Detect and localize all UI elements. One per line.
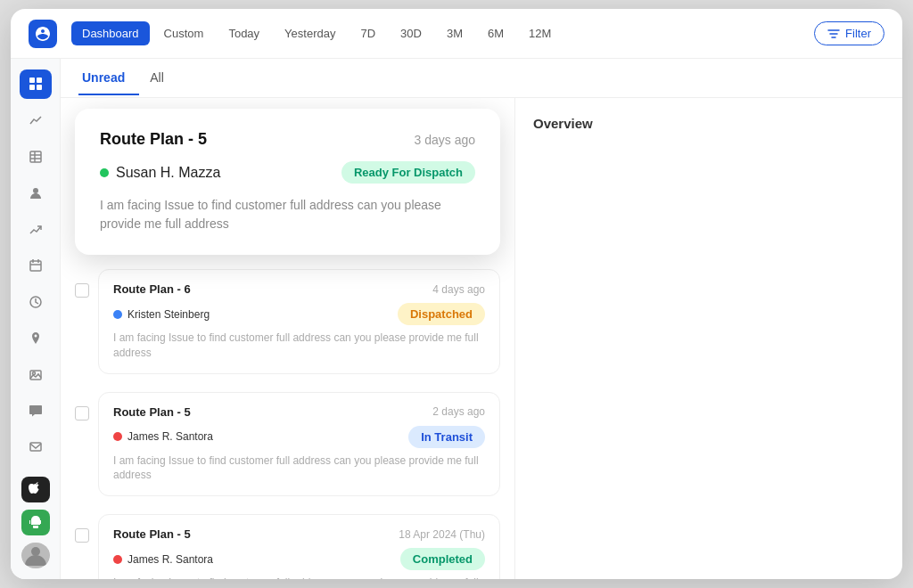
svg-rect-3 <box>37 85 42 90</box>
location-icon <box>29 331 43 346</box>
expanded-card-message: I am facing Issue to find customer full … <box>100 196 475 233</box>
filter-icon <box>827 28 840 40</box>
expanded-card[interactable]: Route Plan - 5 3 days ago Susan H. Mazza… <box>75 109 500 255</box>
sidebar-item-chat[interactable] <box>20 396 52 426</box>
sidebar-item-calendar[interactable] <box>20 251 52 281</box>
tab-7d[interactable]: 7D <box>350 21 386 45</box>
filter-button[interactable]: Filter <box>814 21 884 45</box>
card-status-badge: Dispatched <box>398 303 485 325</box>
android-icon <box>29 515 43 529</box>
avatar-image <box>21 543 50 568</box>
card-header: Route Plan - 5 18 Apr 2024 (Thu) <box>113 527 485 541</box>
status-badge: Ready For Dispatch <box>341 161 475 184</box>
two-panel: Route Plan - 5 3 days ago Susan H. Mazza… <box>61 98 902 579</box>
list-item[interactable]: Route Plan - 5 18 Apr 2024 (Thu) James R… <box>98 514 500 579</box>
tab-yesterday[interactable]: Yesterday <box>274 21 346 45</box>
card-title: Route Plan - 5 <box>113 405 191 419</box>
sidebar-item-person[interactable] <box>20 178 52 208</box>
svg-point-8 <box>33 188 38 193</box>
card-row-3: Route Plan - 5 18 Apr 2024 (Thu) James R… <box>75 514 500 579</box>
sidebar-item-grid[interactable] <box>20 69 52 99</box>
card-status-badge: Completed <box>400 548 485 570</box>
tab-30d[interactable]: 30D <box>390 21 432 45</box>
card-message: I am facing Issue to find customer full … <box>113 576 485 579</box>
svg-rect-2 <box>29 85 35 90</box>
card-header: Route Plan - 5 2 days ago <box>113 405 485 419</box>
driver-dot <box>113 432 122 441</box>
expanded-card-time: 3 days ago <box>415 133 476 147</box>
tab-today[interactable]: Today <box>218 21 270 45</box>
sidebar-item-avatar[interactable] <box>21 543 50 568</box>
driver-dot <box>113 555 122 564</box>
svg-rect-9 <box>30 261 41 271</box>
app-window: Dashboard Custom Today Yesterday 7D 30D … <box>11 9 902 579</box>
card-driver: Kristen Steinberg <box>113 308 210 321</box>
image-icon <box>29 368 43 382</box>
content-area: Unread All Route Plan - 5 3 days ago <box>61 59 902 579</box>
list-item[interactable]: Route Plan - 5 2 days ago James R. Santo… <box>98 392 500 497</box>
tab-6m[interactable]: 6M <box>477 21 514 45</box>
sidebar-item-clock[interactable] <box>20 288 52 317</box>
expanded-card-title: Route Plan - 5 <box>100 130 207 149</box>
sidebar-item-apple[interactable] <box>21 477 50 502</box>
card-checkbox-3[interactable] <box>75 528 89 543</box>
svg-rect-16 <box>30 443 41 451</box>
main-layout: Unread All Route Plan - 5 3 days ago <box>11 59 902 579</box>
card-message: I am facing Issue to find customer full … <box>113 331 485 361</box>
card-info-row: James R. Santora In Transit <box>113 426 485 448</box>
card-title: Route Plan - 6 <box>113 282 191 296</box>
list-panel[interactable]: Route Plan - 5 3 days ago Susan H. Mazza… <box>61 98 515 579</box>
expanded-card-header: Route Plan - 5 3 days ago <box>100 130 475 149</box>
person-icon <box>29 186 43 200</box>
table-icon <box>29 150 43 164</box>
list-item[interactable]: Route Plan - 6 4 days ago Kristen Steinb… <box>98 269 500 374</box>
tab-dashboard[interactable]: Dashboard <box>71 21 150 45</box>
sidebar <box>11 59 61 579</box>
svg-rect-0 <box>29 78 35 83</box>
card-driver: James R. Santora <box>113 430 213 443</box>
calendar-icon <box>29 258 43 273</box>
sub-tabs: Unread All <box>61 59 902 98</box>
svg-point-18 <box>31 547 40 556</box>
grid-icon <box>29 77 43 91</box>
sidebar-item-chart[interactable] <box>20 106 52 135</box>
clock-icon <box>29 295 43 309</box>
card-checkbox-2[interactable] <box>75 406 89 421</box>
sidebar-item-image[interactable] <box>20 360 52 389</box>
sidebar-item-android[interactable] <box>21 510 50 535</box>
tab-3m[interactable]: 3M <box>436 21 473 45</box>
sidebar-item-message[interactable] <box>20 433 52 462</box>
overview-panel: Overview <box>515 98 902 579</box>
card-message: I am facing Issue to find customer full … <box>113 453 485 484</box>
sidebar-item-location[interactable] <box>20 323 52 353</box>
svg-rect-4 <box>30 151 41 162</box>
message-icon <box>29 440 43 454</box>
tab-12m[interactable]: 12M <box>518 21 562 45</box>
card-title: Route Plan - 5 <box>113 527 191 541</box>
header: Dashboard Custom Today Yesterday 7D 30D … <box>11 9 902 59</box>
svg-rect-1 <box>37 78 42 83</box>
card-info-row: Kristen Steinberg Dispatched <box>113 303 485 325</box>
tab-custom[interactable]: Custom <box>153 21 215 45</box>
card-driver: James R. Santora <box>113 553 213 566</box>
card-checkbox-1[interactable] <box>75 283 89 298</box>
trending-icon <box>29 223 43 237</box>
card-time: 18 Apr 2024 (Thu) <box>399 528 485 541</box>
tab-unread[interactable]: Unread <box>78 61 139 95</box>
card-status-badge: In Transit <box>408 426 485 448</box>
filter-label: Filter <box>845 27 871 40</box>
card-row-2: Route Plan - 5 2 days ago James R. Santo… <box>75 392 500 506</box>
chat-icon <box>29 404 43 418</box>
chart-icon <box>29 113 43 127</box>
logo[interactable] <box>29 20 57 48</box>
tab-all[interactable]: All <box>146 61 178 95</box>
sidebar-item-trending[interactable] <box>20 215 52 244</box>
driver-dot <box>113 310 122 319</box>
apple-icon <box>29 482 43 496</box>
nav-tabs: Dashboard Custom Today Yesterday 7D 30D … <box>71 21 800 45</box>
expanded-card-row: Susan H. Mazza Ready For Dispatch <box>100 161 475 184</box>
overview-title: Overview <box>533 116 593 131</box>
sidebar-item-table[interactable] <box>20 143 52 172</box>
card-info-row: James R. Santora Completed <box>113 548 485 570</box>
card-time: 4 days ago <box>432 283 485 296</box>
